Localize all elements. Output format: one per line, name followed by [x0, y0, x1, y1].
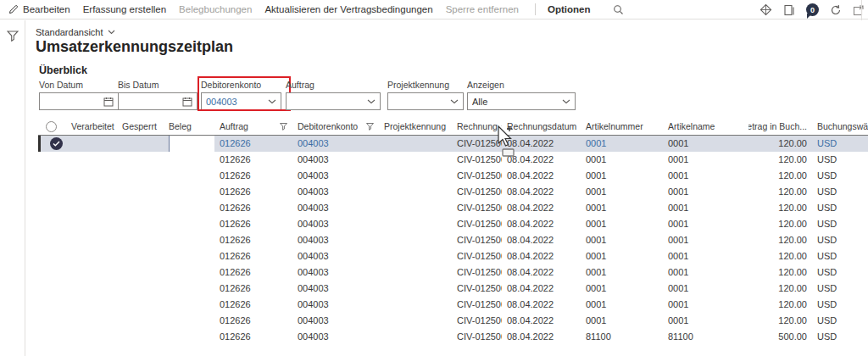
cell-buchungswaehrung[interactable]: USD	[812, 313, 868, 329]
row-select-checkbox[interactable]	[38, 216, 66, 232]
column-header-artikelnummer[interactable]: Artikelnummer	[581, 121, 663, 131]
column-header-buchungswaehrung[interactable]: Buchungswähr.	[812, 121, 868, 131]
calendar-icon[interactable]	[182, 97, 192, 107]
row-select-checkbox[interactable]	[38, 136, 66, 152]
table-row[interactable]: 012626004003CIV-01250008.04.202200010001…	[38, 264, 868, 281]
cell-buchungswaehrung[interactable]: USD	[812, 248, 868, 264]
bis-datum-input[interactable]	[118, 92, 198, 110]
cell-rechnung[interactable]: CIV-012500	[452, 313, 502, 329]
column-header-projektkennung[interactable]: Projektkennung	[379, 121, 452, 131]
cell-buchungswaehrung[interactable]: USD	[812, 232, 868, 248]
cell-buchungswaehrung[interactable]: USD	[812, 216, 868, 232]
cell-auftrag[interactable]: 012626	[214, 232, 292, 248]
row-select-checkbox[interactable]	[38, 232, 66, 248]
row-select-checkbox[interactable]	[38, 264, 66, 281]
row-select-checkbox[interactable]	[38, 200, 66, 216]
cell-artikelnummer[interactable]: 0001	[581, 232, 663, 248]
cell-beleg[interactable]	[164, 264, 214, 281]
cell-rechnung[interactable]: CIV-012500	[452, 297, 502, 313]
cell-buchungswaehrung[interactable]: USD	[812, 264, 868, 281]
auftrag-input[interactable]	[286, 92, 381, 110]
cell-buchungswaehrung[interactable]: USD	[812, 168, 868, 184]
cell-artikelnummer[interactable]: 0001	[581, 152, 663, 168]
edit-button[interactable]: Bearbeiten	[8, 4, 70, 14]
cell-rechnung[interactable]: CIV-012500	[452, 248, 502, 264]
cell-artikelnummer[interactable]: 0001	[581, 297, 663, 313]
column-header-betrag[interactable]: Betrag in Buch...	[748, 121, 812, 131]
cell-buchungswaehrung[interactable]: USD	[812, 200, 868, 216]
task-guide-icon[interactable]	[783, 4, 795, 16]
column-header-rechnung[interactable]: Rechnung	[452, 121, 502, 131]
cell-artikelnummer[interactable]: 0001	[581, 168, 663, 184]
table-row[interactable]: 012626004003CIV-01250008.04.202200010001…	[38, 297, 868, 313]
cell-debitorenkonto[interactable]: 004003	[292, 184, 379, 200]
cell-beleg[interactable]	[164, 248, 214, 264]
view-selector[interactable]: Standardansicht	[36, 27, 115, 37]
row-select-checkbox[interactable]	[38, 184, 66, 200]
cell-auftrag[interactable]: 012626	[214, 168, 292, 184]
cell-auftrag[interactable]: 012626	[214, 329, 292, 345]
row-select-checkbox[interactable]	[38, 168, 66, 184]
row-select-checkbox[interactable]	[38, 313, 66, 329]
cell-buchungswaehrung[interactable]: USD	[812, 329, 868, 345]
expand-view-icon[interactable]	[853, 4, 865, 16]
cell-auftrag[interactable]: 012626	[214, 313, 292, 329]
cell-artikelnummer[interactable]: 0001	[581, 200, 663, 216]
cell-rechnung[interactable]: CIV-012500	[452, 281, 502, 297]
cell-auftrag[interactable]: 012626	[214, 152, 292, 168]
cell-debitorenkonto[interactable]: 004003	[292, 329, 379, 345]
table-row[interactable]: 012626004003CIV-01250008.04.202200010001…	[38, 136, 868, 152]
von-datum-input[interactable]	[39, 92, 119, 110]
cell-rechnung[interactable]: CIV-012500	[452, 136, 502, 152]
anzeigen-select[interactable]: Alle	[467, 92, 576, 110]
table-row[interactable]: 012626004003CIV-01250008.04.202200010001…	[38, 168, 868, 184]
cell-auftrag[interactable]: 012626	[214, 264, 292, 281]
update-contract-terms-button[interactable]: Aktualisieren der Vertragsbedingungen	[264, 4, 432, 14]
cell-auftrag[interactable]: 012626	[214, 297, 292, 313]
cell-rechnung[interactable]: CIV-012500	[452, 168, 502, 184]
cell-artikelnummer[interactable]: 0001	[581, 313, 663, 329]
cell-buchungswaehrung[interactable]: USD	[812, 281, 868, 297]
row-select-checkbox[interactable]	[38, 281, 66, 297]
cell-artikelnummer[interactable]: 0001	[581, 248, 663, 264]
table-row[interactable]: 012626004003CIV-01250008.04.202200010001…	[38, 248, 868, 264]
table-row[interactable]: 012626004003CIV-01250008.04.202200010001…	[38, 184, 868, 200]
apps-icon[interactable]	[760, 3, 772, 16]
column-header-rechnungsdatum[interactable]: Rechnungsdatum	[502, 121, 581, 131]
cell-beleg[interactable]	[164, 216, 214, 232]
cell-rechnung[interactable]: CIV-012500	[452, 152, 502, 168]
cell-rechnung[interactable]: CIV-012500	[452, 232, 502, 248]
calendar-icon[interactable]	[103, 97, 114, 107]
row-select-checkbox[interactable]	[38, 248, 66, 264]
row-select-checkbox[interactable]	[38, 329, 66, 345]
chevron-down-icon[interactable]	[562, 99, 570, 104]
cell-buchungswaehrung[interactable]: USD	[812, 136, 868, 152]
cell-beleg[interactable]	[164, 136, 214, 152]
cell-beleg[interactable]	[164, 200, 214, 216]
row-select-checkbox[interactable]	[38, 152, 66, 168]
column-header-gesperrt[interactable]: Gesperrt	[117, 121, 164, 131]
table-row[interactable]: 012626004003CIV-01250008.04.202200010001…	[38, 152, 868, 168]
column-header-debitorenkonto[interactable]: Debitorenkonto	[292, 121, 379, 131]
cell-beleg[interactable]	[164, 232, 214, 248]
chevron-down-icon[interactable]	[268, 99, 276, 104]
refresh-icon[interactable]	[830, 4, 842, 16]
cell-auftrag[interactable]: 012626	[214, 184, 292, 200]
cell-auftrag[interactable]: 012626	[214, 136, 292, 152]
cell-beleg[interactable]	[164, 168, 214, 184]
filter-funnel-icon[interactable]	[366, 123, 374, 131]
cell-buchungswaehrung[interactable]: USD	[812, 152, 868, 168]
projektkennung-input[interactable]	[387, 92, 464, 110]
column-header-auftrag[interactable]: Auftrag	[214, 121, 292, 131]
cell-artikelnummer[interactable]: 81100	[581, 329, 663, 345]
cell-rechnung[interactable]: CIV-012500	[452, 216, 502, 232]
cell-beleg[interactable]	[164, 152, 214, 168]
cell-artikelnummer[interactable]: 0001	[581, 136, 663, 152]
cell-artikelnummer[interactable]: 0001	[581, 184, 663, 200]
column-header-artikelname[interactable]: Artikelname	[663, 121, 748, 131]
cell-debitorenkonto[interactable]: 004003	[292, 232, 379, 248]
table-row[interactable]: 012626004003CIV-01250008.04.202200010001…	[38, 216, 868, 232]
beleg-input[interactable]	[169, 136, 214, 152]
cell-beleg[interactable]	[164, 184, 214, 200]
table-row[interactable]: 012626004003CIV-01250008.04.202281100811…	[38, 329, 868, 345]
